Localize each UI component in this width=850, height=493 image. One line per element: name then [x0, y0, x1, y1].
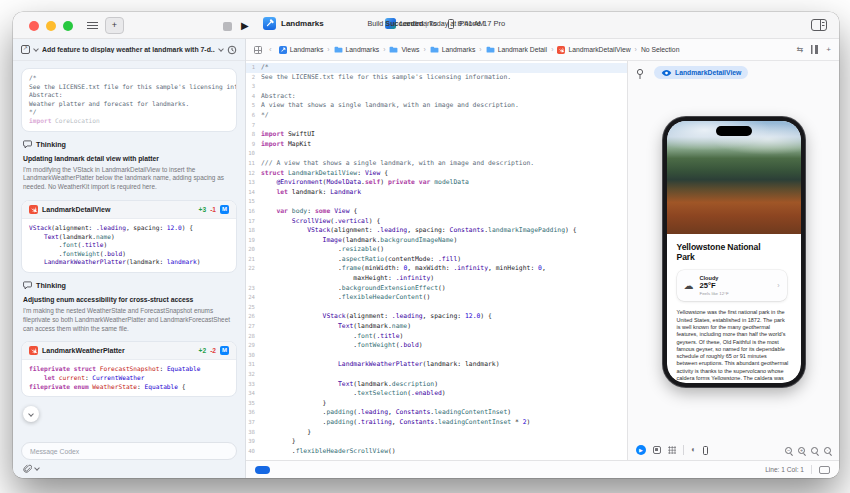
code-line: 26 VStack(alignment: .leading, spacing: … — [246, 312, 627, 322]
stop-button[interactable] — [223, 22, 232, 31]
line-number: 2 — [246, 73, 261, 83]
source-editor[interactable]: 1/*2See the LICENSE.txt file for this sa… — [246, 61, 628, 460]
attachment-paperclip-icon[interactable] — [23, 464, 32, 474]
swap-arrows-icon[interactable]: ⇆ — [797, 45, 804, 54]
code-line: 37 .padding(.trailing, Constants.leading… — [246, 418, 627, 428]
code-line: 36 .padding(.leading, Constants.leadingC… — [246, 408, 627, 418]
folder-icon — [430, 46, 439, 53]
iphone-preview[interactable]: Yellowstone National Park ☁ Cloudy 25°F … — [663, 117, 805, 387]
back-navigation-icon[interactable]: ‹ — [269, 45, 272, 54]
breadcrumb-label: Landmarks — [346, 46, 380, 53]
breadcrumb-separator: › — [479, 46, 481, 53]
thinking-body: I'm modifying the VStack in LandmarkDeta… — [23, 166, 235, 192]
chevron-down-icon[interactable] — [34, 465, 40, 471]
file-change-card-1[interactable]: LandmarkDetailView +3 -1 M VStack(alignm… — [21, 200, 237, 273]
lines-removed: -2 — [210, 347, 216, 354]
zoom-window-button[interactable] — [63, 21, 73, 31]
code-line: 16 var body: some View { — [246, 207, 627, 217]
scheme-selector[interactable]: Landmarks › iPhone 17 Pro — [385, 18, 505, 29]
code-line: import CoreLocation — [29, 117, 229, 126]
line-number: 29 — [246, 341, 261, 351]
chat-list-icon[interactable] — [87, 22, 98, 30]
code-line: Weather platter and forecast for landmar… — [29, 100, 229, 109]
breadcrumb-item[interactable]: Landmark Detail — [486, 46, 548, 53]
line-number: 37 — [246, 418, 261, 428]
code-line: 35 } — [246, 399, 627, 409]
line-number: 39 — [246, 437, 261, 447]
breadcrumb-label: Landmark Detail — [498, 46, 548, 53]
zoom-in-icon[interactable]: + — [798, 447, 805, 454]
assist-indicator-pill[interactable] — [255, 466, 270, 474]
history-clock-icon[interactable] — [227, 45, 237, 55]
code-line: LandmarkWeatherPlatter(landmark: landmar… — [29, 258, 229, 267]
new-chat-button[interactable]: + — [105, 17, 124, 34]
breadcrumb-item[interactable]: Landmarks — [279, 46, 324, 54]
display-icon[interactable] — [819, 466, 830, 474]
code-line: 2See the LICENSE.txt file for this sampl… — [246, 73, 627, 83]
chevron-down-icon[interactable] — [218, 46, 224, 52]
weather-temperature: 25°F — [700, 281, 772, 290]
line-number: 18 — [246, 226, 261, 236]
chevron-right-icon: › — [777, 282, 779, 289]
line-number: 9 — [246, 140, 261, 150]
add-editor-icon[interactable]: + — [826, 45, 831, 54]
line-number: 27 — [246, 322, 261, 332]
breadcrumb-item[interactable]: Views — [389, 46, 419, 53]
breadcrumb-item[interactable]: No Selection — [641, 46, 680, 53]
canvas-toolbar: ▶ ◐ − + · — [628, 442, 839, 458]
weather-platter[interactable]: ☁ Cloudy 25°F Feels like 12°F › — [677, 270, 787, 302]
pin-icon[interactable] — [635, 68, 645, 80]
scroll-to-bottom-button[interactable] — [23, 406, 39, 422]
code-line: 18 VStack(alignment: .leading, spacing: … — [246, 226, 627, 236]
zoom-fit-icon[interactable] — [811, 447, 818, 454]
line-number: 4 — [246, 92, 261, 102]
close-window-button[interactable] — [29, 21, 39, 31]
minimap-icon[interactable] — [811, 45, 818, 54]
breadcrumb-item[interactable]: Landmarks — [334, 46, 380, 53]
code-line: 32 — [246, 370, 627, 380]
chevron-down-icon[interactable] — [33, 46, 39, 52]
variants-icon[interactable] — [653, 446, 661, 454]
file-change-card-2[interactable]: LandmarkWeatherPlatter +2 -2 M filepriva… — [21, 341, 237, 397]
breadcrumb: Landmarks›Landmarks›Views›Landmarks›Land… — [279, 46, 792, 54]
file-name: LandmarkDetailView — [42, 206, 195, 213]
code-line: 10 — [246, 149, 627, 159]
color-scheme-icon[interactable]: ◐ — [691, 445, 696, 455]
preview-target-pill[interactable]: LandmarkDetailView — [654, 66, 748, 79]
zoom-out-icon[interactable]: − — [785, 447, 792, 454]
file-name: LandmarkWeatherPlatter — [42, 347, 195, 354]
chat-transcript[interactable]: /*See the LICENSE.txt file for this samp… — [13, 61, 245, 436]
code-line: 1/* — [246, 63, 627, 73]
breadcrumb-separator: › — [383, 46, 385, 53]
live-preview-button[interactable]: ▶ — [636, 445, 646, 455]
breadcrumb-separator: › — [327, 46, 329, 53]
line-number: 1 — [246, 63, 261, 73]
breadcrumb-item[interactable]: Landmarks — [430, 46, 476, 53]
chat-message-input[interactable] — [21, 442, 237, 460]
code-line: 20 .resizable() — [246, 245, 627, 255]
folder-icon — [486, 46, 495, 53]
chat-title[interactable]: Add feature to display weather at landma… — [42, 46, 215, 53]
weather-condition: Cloudy — [700, 275, 772, 281]
app-icon — [385, 18, 396, 29]
project-indicator[interactable]: Landmarks — [263, 17, 324, 30]
code-line: fileprivate struct ForecastSnapshot: Equ… — [29, 365, 229, 374]
thinking-section-1: Thinking Updating landmark detail view w… — [21, 139, 237, 193]
code-line: 28 .font(.title) — [246, 332, 627, 342]
line-number: 5 — [246, 101, 261, 111]
line-number: 21 — [246, 255, 261, 265]
zoom-actual-size-icon[interactable]: · — [824, 447, 831, 454]
device-settings-icon[interactable] — [703, 446, 708, 455]
related-items-icon[interactable] — [254, 46, 262, 54]
xcode-window: + ▶ Landmarks Landmarks › iPhone 17 Pro … — [13, 12, 839, 478]
minimize-window-button[interactable] — [46, 21, 56, 31]
line-number: 20 — [246, 245, 261, 255]
breadcrumb-item[interactable]: LandmarkDetailView — [557, 46, 630, 54]
line-number: 17 — [246, 217, 261, 227]
jump-bar: ‹ Landmarks›Landmarks›Views›Landmarks›La… — [246, 39, 839, 61]
editor-options-icon[interactable] — [811, 19, 827, 31]
compose-icon[interactable] — [21, 45, 30, 54]
run-button[interactable]: ▶ — [241, 19, 249, 32]
grid-icon[interactable] — [668, 446, 676, 454]
breadcrumb-label: Views — [401, 46, 419, 53]
